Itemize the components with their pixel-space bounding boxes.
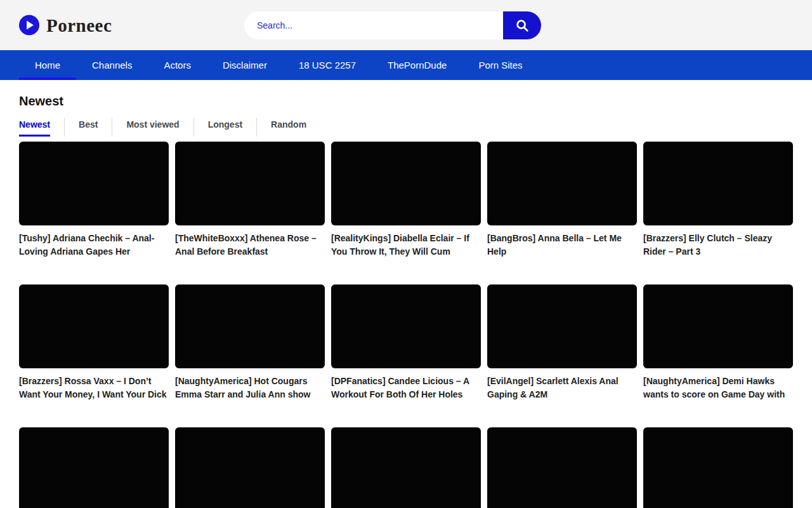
video-card[interactable]: [EvilAngel] Scarlett Alexis Anal Gaping … (487, 284, 637, 401)
video-card[interactable]: [BangBros] Anna Bella – Let Me Help (487, 142, 637, 258)
search-form (244, 11, 541, 39)
video-title[interactable]: [TheWhiteBoxxx] Athenea Rose – Anal Befo… (175, 232, 325, 258)
video-thumbnail[interactable] (487, 142, 637, 225)
video-thumbnail[interactable] (643, 427, 793, 508)
video-title[interactable]: [Brazzers] Elly Clutch – Sleazy Rider – … (643, 232, 793, 258)
video-card[interactable] (331, 427, 481, 508)
video-thumbnail[interactable] (331, 284, 481, 368)
video-grid: [Tushy] Adriana Chechik – Anal-Loving Ad… (19, 142, 793, 508)
video-thumbnail[interactable] (19, 284, 169, 368)
main-content: Newest Newest Best Most viewed Longest R… (0, 94, 812, 508)
nav-item-home[interactable]: Home (19, 50, 76, 80)
tab-newest-label: Newest (19, 118, 50, 137)
video-title[interactable]: [EvilAngel] Scarlett Alexis Anal Gaping … (487, 375, 637, 401)
video-thumbnail[interactable] (643, 142, 793, 225)
video-card[interactable]: [Brazzers] Rossa Vaxx – I Don’t Want You… (19, 284, 169, 401)
nav-item-theporndude[interactable]: ThePornDude (372, 50, 462, 80)
video-card[interactable]: [DPFanatics] Candee Licious – A Workout … (331, 284, 481, 401)
tab-longest[interactable]: Longest (193, 118, 256, 137)
play-icon (19, 15, 39, 36)
video-thumbnail[interactable] (175, 284, 325, 368)
video-card[interactable]: [NaughtyAmerica] Hot Cougars Emma Starr … (175, 284, 325, 401)
video-title[interactable]: [Tushy] Adriana Chechik – Anal-Loving Ad… (19, 232, 169, 258)
search-button[interactable] (503, 11, 541, 39)
video-card[interactable]: [TheWhiteBoxxx] Athenea Rose – Anal Befo… (175, 142, 325, 258)
nav-item-porn-sites[interactable]: Porn Sites (462, 50, 538, 80)
page-title: Newest (19, 94, 793, 109)
video-thumbnail[interactable] (175, 427, 325, 508)
tab-most-viewed[interactable]: Most viewed (112, 118, 193, 137)
video-card[interactable] (487, 427, 637, 508)
tab-random[interactable]: Random (256, 118, 320, 137)
tab-newest[interactable]: Newest (19, 118, 64, 137)
video-title[interactable]: [Brazzers] Rossa Vaxx – I Don’t Want You… (19, 375, 169, 401)
logo-text: Porneec (46, 15, 112, 36)
video-card[interactable] (175, 427, 325, 508)
video-thumbnail[interactable] (487, 284, 637, 368)
video-thumbnail[interactable] (19, 427, 169, 508)
search-icon (515, 18, 529, 32)
video-title[interactable]: [DPFanatics] Candee Licious – A Workout … (331, 375, 481, 401)
main-nav: Home Channels Actors Disclaimer 18 USC 2… (0, 50, 812, 80)
video-thumbnail[interactable] (19, 142, 169, 225)
nav-item-18-usc-2257[interactable]: 18 USC 2257 (283, 50, 372, 80)
nav-item-disclaimer[interactable]: Disclaimer (207, 50, 283, 80)
nav-item-actors[interactable]: Actors (148, 50, 207, 80)
video-thumbnail[interactable] (331, 427, 481, 508)
video-title[interactable]: [NaughtyAmerica] Hot Cougars Emma Starr … (175, 375, 325, 401)
nav-item-channels[interactable]: Channels (76, 50, 148, 80)
video-thumbnail[interactable] (643, 284, 793, 368)
video-card[interactable]: [RealityKings] Diabella Eclair – If You … (331, 142, 481, 258)
video-thumbnail[interactable] (331, 142, 481, 225)
tab-random-label: Random (271, 118, 306, 137)
tab-longest-label: Longest (208, 118, 242, 137)
sort-tabs: Newest Best Most viewed Longest Random (19, 118, 793, 137)
video-card[interactable]: [NaughtyAmerica] Demi Hawks wants to sco… (643, 284, 793, 401)
site-logo[interactable]: Porneec (19, 15, 112, 36)
search-input[interactable] (244, 11, 541, 39)
video-thumbnail[interactable] (175, 142, 325, 225)
video-title[interactable]: [NaughtyAmerica] Demi Hawks wants to sco… (643, 375, 793, 401)
tab-best-label: Best (79, 118, 98, 137)
video-card[interactable]: [Brazzers] Elly Clutch – Sleazy Rider – … (643, 142, 793, 258)
tab-most-viewed-label: Most viewed (126, 118, 179, 137)
video-title[interactable]: [BangBros] Anna Bella – Let Me Help (487, 232, 637, 258)
site-header: Porneec (0, 0, 812, 50)
video-card[interactable] (19, 427, 169, 508)
video-card[interactable] (643, 427, 793, 508)
video-title[interactable]: [RealityKings] Diabella Eclair – If You … (331, 232, 481, 258)
tab-best[interactable]: Best (64, 118, 112, 137)
video-card[interactable]: [Tushy] Adriana Chechik – Anal-Loving Ad… (19, 142, 169, 258)
video-thumbnail[interactable] (487, 427, 637, 508)
